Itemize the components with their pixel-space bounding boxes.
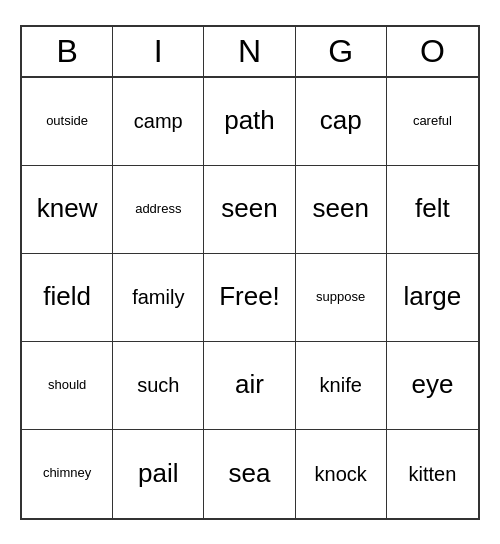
bingo-cell: chimney [22,430,113,518]
cell-text: address [135,201,181,218]
bingo-cell: path [204,78,295,166]
cell-text: should [48,377,86,394]
cell-text: air [235,368,264,402]
cell-text: camp [134,108,183,134]
header-letter: O [387,27,478,76]
bingo-cell: sea [204,430,295,518]
bingo-cell: camp [113,78,204,166]
cell-text: chimney [43,465,91,482]
cell-text: knife [320,372,362,398]
bingo-cell: kitten [387,430,478,518]
cell-text: family [132,284,184,310]
header-letter: B [22,27,113,76]
cell-text: kitten [408,461,456,487]
cell-text: careful [413,113,452,130]
bingo-cell: pail [113,430,204,518]
cell-text: such [137,372,179,398]
bingo-cell: seen [204,166,295,254]
bingo-cell: Free! [204,254,295,342]
cell-text: felt [415,192,450,226]
bingo-cell: knew [22,166,113,254]
header-letter: N [204,27,295,76]
bingo-cell: should [22,342,113,430]
cell-text: cap [320,104,362,138]
bingo-cell: field [22,254,113,342]
cell-text: suppose [316,289,365,306]
bingo-cell: eye [387,342,478,430]
bingo-cell: knife [296,342,387,430]
bingo-grid: outsidecamppathcapcarefulknewaddressseen… [22,78,478,518]
cell-text: sea [229,457,271,491]
cell-text: knew [37,192,98,226]
cell-text: path [224,104,275,138]
header-letter: I [113,27,204,76]
bingo-cell: felt [387,166,478,254]
cell-text: eye [411,368,453,402]
bingo-cell: air [204,342,295,430]
bingo-header: BINGO [22,27,478,78]
bingo-cell: cap [296,78,387,166]
bingo-card: BINGO outsidecamppathcapcarefulknewaddre… [20,25,480,520]
cell-text: seen [313,192,369,226]
cell-text: seen [221,192,277,226]
bingo-cell: family [113,254,204,342]
bingo-cell: careful [387,78,478,166]
bingo-cell: suppose [296,254,387,342]
cell-text: pail [138,457,178,491]
header-letter: G [296,27,387,76]
bingo-cell: large [387,254,478,342]
bingo-cell: knock [296,430,387,518]
cell-text: knock [315,461,367,487]
bingo-cell: address [113,166,204,254]
cell-text: Free! [219,280,280,314]
bingo-cell: seen [296,166,387,254]
cell-text: field [43,280,91,314]
cell-text: outside [46,113,88,130]
cell-text: large [403,280,461,314]
bingo-cell: such [113,342,204,430]
bingo-cell: outside [22,78,113,166]
